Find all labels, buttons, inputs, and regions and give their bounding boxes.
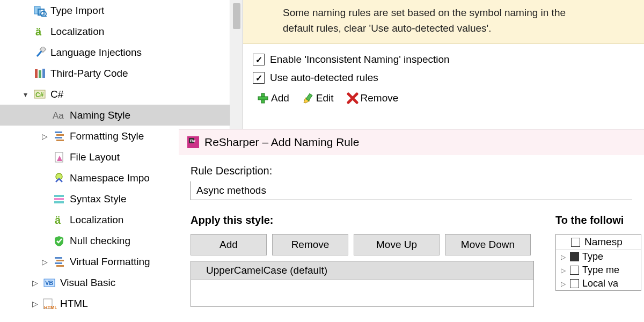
settings-panel: Some naming rules are set based on the s… <box>243 0 644 129</box>
tree-label: C# <box>50 89 63 100</box>
formatting-icon <box>52 129 68 143</box>
chevron-down-icon: ▾ <box>19 90 31 99</box>
svg-rect-15 <box>55 137 62 138</box>
chevron-right-icon: ▷ <box>559 253 567 261</box>
svg-rect-14 <box>56 134 64 136</box>
tree-label: Virtual Formatting <box>70 256 150 268</box>
entity-label: Namesp <box>584 236 623 248</box>
checkbox-icon <box>570 279 579 288</box>
tree-item-csharp[interactable]: ▾ C# C# <box>0 84 243 105</box>
tree-item-thirdparty[interactable]: Third-Party Code <box>0 63 243 84</box>
svg-text:VB: VB <box>45 280 53 286</box>
style-list-item[interactable]: UpperCamelCase (default) <box>191 261 533 280</box>
checkbox-auto-detected[interactable]: ✓ Use auto-detected rules <box>243 69 644 87</box>
toolbar-label: Remove <box>361 92 399 104</box>
info-banner: Some naming rules are set based on the s… <box>243 0 644 44</box>
filelayout-icon <box>52 150 68 164</box>
entity-label: Type me <box>582 265 619 276</box>
namespace-icon <box>52 171 68 185</box>
tree-label: Localization <box>70 214 123 226</box>
svg-rect-27 <box>56 265 64 267</box>
tree-label: Visual Basic <box>60 277 115 289</box>
svg-text:ä: ä <box>35 26 42 38</box>
chevron-right-icon: ▷ <box>559 280 567 288</box>
entity-row-typeme[interactable]: ▷ Type me <box>556 264 641 277</box>
tree-label: Formatting Style <box>70 130 144 142</box>
syntax-icon <box>52 192 68 206</box>
svg-rect-35 <box>306 93 312 100</box>
add-rule-button[interactable]: Add <box>257 92 289 104</box>
tree-item-type-import[interactable]: Type Import <box>0 0 243 21</box>
style-remove-button[interactable]: Remove <box>272 234 348 255</box>
dialog-title-text: ReSharper – Add Naming Rule <box>204 136 359 149</box>
checkbox-label: Enable 'Inconsistent Naming' inspection <box>270 54 450 65</box>
dialog-titlebar: R# ReSharper – Add Naming Rule <box>179 129 644 155</box>
entity-header[interactable]: Namesp <box>556 235 641 250</box>
entity-label: Local va <box>582 278 618 289</box>
tree-label: File Layout <box>70 151 120 163</box>
tree-label: HTML <box>60 298 88 310</box>
chevron-right-icon: ▷ <box>29 299 41 308</box>
svg-text:Aa: Aa <box>53 111 64 121</box>
checkbox-icon: ✓ <box>253 54 265 65</box>
tree-label: Namespace Impo <box>70 172 150 184</box>
svg-line-3 <box>45 16 47 17</box>
svg-text:R#: R# <box>190 138 196 143</box>
checkbox-icon <box>570 252 579 261</box>
tree-label: Type Import <box>50 5 104 17</box>
svg-rect-0 <box>34 6 40 14</box>
apply-style-label: Apply this style: <box>191 214 534 226</box>
entity-row-localva[interactable]: ▷ Local va <box>556 277 641 290</box>
resharper-icon: R# <box>187 136 199 148</box>
tree-item-localization[interactable]: ä Localization <box>0 21 243 42</box>
style-list[interactable]: UpperCamelCase (default) <box>191 261 534 307</box>
formatting-icon <box>52 255 68 269</box>
tree-label: Null checking <box>70 235 130 247</box>
localization-icon: ä <box>32 25 48 39</box>
chevron-right-icon: ▷ <box>29 279 41 287</box>
type-import-icon <box>32 4 48 18</box>
style-moveup-button[interactable]: Move Up <box>354 234 440 255</box>
chevron-right-icon: ▷ <box>39 258 50 266</box>
thirdparty-icon <box>32 67 48 80</box>
toolbar-label: Add <box>271 92 289 104</box>
svg-rect-26 <box>55 262 62 264</box>
tree-label: Third-Party Code <box>50 68 128 79</box>
tree-item-injections[interactable]: Language Injections <box>0 42 243 63</box>
checkbox-enable-inspection[interactable]: ✓ Enable 'Inconsistent Naming' inspectio… <box>243 50 644 69</box>
tree-label: Naming Style <box>70 109 130 121</box>
scroll-thumb[interactable] <box>233 3 240 29</box>
svg-rect-20 <box>54 195 64 197</box>
entities-tree[interactable]: Namesp ▷ Type ▷ Type me ▷ <box>555 234 641 291</box>
apply-style-section: Apply this style: Add Remove Move Up Mov… <box>191 214 534 307</box>
banner-text-2: default rules, clear 'Use auto-detected … <box>283 23 492 34</box>
pencil-icon <box>302 92 314 104</box>
style-add-button[interactable]: Add <box>191 234 267 255</box>
rule-description-input[interactable] <box>191 181 632 200</box>
entity-row-type[interactable]: ▷ Type <box>556 250 641 264</box>
rule-toolbar: Add Edit Remove <box>243 87 644 109</box>
checkbox-icon <box>571 238 580 247</box>
style-movedown-button[interactable]: Move Down <box>445 234 531 255</box>
chevron-right-icon: ▷ <box>39 132 50 141</box>
svg-rect-22 <box>54 201 64 203</box>
tree-item-naming-style[interactable]: Aa Naming Style <box>0 105 243 126</box>
edit-rule-button[interactable]: Edit <box>302 92 334 104</box>
svg-rect-16 <box>56 140 64 141</box>
localization-icon: ä <box>52 213 68 227</box>
rule-description-label: Rule Description: <box>191 165 632 177</box>
aa-icon: Aa <box>52 108 68 122</box>
add-naming-rule-dialog: R# ReSharper – Add Naming Rule Rule Desc… <box>179 129 644 322</box>
tree-label: Syntax Style <box>70 193 127 205</box>
checkbox-icon: ✓ <box>253 72 265 84</box>
toolbar-label: Edit <box>316 92 334 104</box>
injection-icon <box>32 46 48 60</box>
tree-label: Localization <box>50 26 104 38</box>
svg-rect-8 <box>39 70 41 78</box>
svg-rect-33 <box>258 97 268 100</box>
entities-section: To the followi Namesp ▷ Type ▷ Type m <box>555 214 641 307</box>
csharp-icon: C# <box>32 87 48 101</box>
svg-text:C#: C# <box>35 91 44 99</box>
svg-text:HTML: HTML <box>44 305 57 310</box>
remove-rule-button[interactable]: Remove <box>347 92 399 104</box>
